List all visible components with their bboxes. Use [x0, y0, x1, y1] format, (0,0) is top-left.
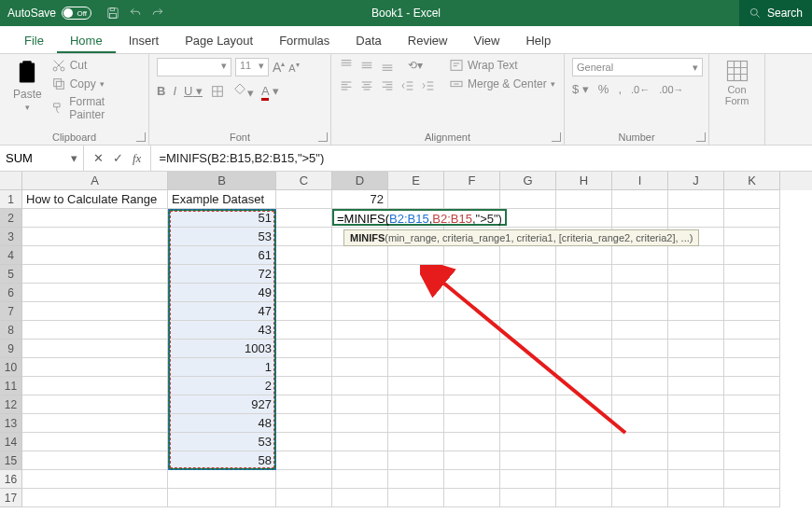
cell-D6[interactable]	[332, 284, 388, 302]
tab-formulas[interactable]: Formulas	[266, 28, 343, 53]
cell-I1[interactable]	[612, 190, 668, 209]
row-header-13[interactable]: 13	[0, 414, 22, 433]
cell-D11[interactable]	[332, 377, 388, 395]
cell-K13[interactable]	[724, 414, 780, 433]
column-header-J[interactable]: J	[668, 172, 724, 190]
decrease-decimal-button[interactable]: .00→	[659, 84, 683, 95]
spreadsheet-grid[interactable]: ABCDEFGHIJK 1234567891011121314151617 Ho…	[0, 172, 812, 507]
cell-I17[interactable]	[612, 489, 668, 507]
tab-home[interactable]: Home	[57, 28, 116, 53]
cell-G17[interactable]	[500, 489, 556, 507]
format-painter-button[interactable]: Format Painter	[51, 95, 141, 121]
wrap-text-button[interactable]: Wrap Text	[449, 58, 555, 73]
cell-I4[interactable]	[612, 246, 668, 265]
select-all-corner[interactable]	[0, 172, 22, 190]
cell-D1[interactable]: 72	[332, 190, 388, 209]
cell-F16[interactable]	[444, 470, 500, 489]
save-icon[interactable]	[106, 7, 119, 20]
cell-F15[interactable]	[444, 451, 500, 470]
cell-B17[interactable]	[168, 489, 276, 507]
accounting-format-button[interactable]: $ ▾	[572, 82, 589, 96]
cell-H16[interactable]	[556, 470, 612, 489]
italic-button[interactable]: I	[173, 84, 176, 98]
enter-formula-button[interactable]: ✓	[113, 151, 123, 165]
align-right-button[interactable]	[380, 78, 395, 93]
cell-A16[interactable]	[22, 470, 168, 489]
cell-G16[interactable]	[500, 470, 556, 489]
cell-B15[interactable]: 58	[168, 451, 276, 470]
cell-K16[interactable]	[724, 470, 780, 489]
cell-H17[interactable]	[556, 489, 612, 507]
cell-J15[interactable]	[668, 451, 724, 470]
indent-decrease-button[interactable]	[400, 78, 415, 93]
align-top-button[interactable]	[339, 58, 354, 73]
cell-K17[interactable]	[724, 489, 780, 507]
fx-button[interactable]: fx	[133, 151, 141, 166]
cell-K1[interactable]	[724, 190, 780, 209]
cell-editor[interactable]: =MINIFS(B2:B15,B2:B15,">5")	[332, 209, 507, 226]
cancel-formula-button[interactable]: ✕	[93, 151, 104, 165]
cell-B6[interactable]: 49	[168, 284, 276, 302]
cell-I16[interactable]	[612, 470, 668, 489]
cell-G4[interactable]	[500, 246, 556, 265]
cell-K4[interactable]	[724, 246, 780, 265]
font-size-combo[interactable]: 11▾	[235, 58, 269, 76]
row-header-7[interactable]: 7	[0, 302, 22, 321]
cell-G15[interactable]	[500, 451, 556, 470]
name-box-dropdown-icon[interactable]: ▾	[71, 151, 77, 165]
cell-K5[interactable]	[724, 265, 780, 284]
cell-K14[interactable]	[724, 433, 780, 451]
column-header-C[interactable]: C	[276, 172, 332, 190]
merge-center-button[interactable]: Merge & Center ▾	[449, 76, 555, 91]
cell-J12[interactable]	[668, 395, 724, 414]
cell-D8[interactable]	[332, 321, 388, 340]
cell-C16[interactable]	[276, 470, 332, 489]
cell-K10[interactable]	[724, 358, 780, 377]
align-center-button[interactable]	[359, 78, 374, 93]
cell-E4[interactable]	[388, 246, 444, 265]
undo-icon[interactable]	[129, 7, 142, 20]
cell-B12[interactable]: 927	[168, 395, 276, 414]
cell-K15[interactable]	[724, 451, 780, 470]
copy-button[interactable]: Copy ▾	[51, 76, 141, 91]
cell-E16[interactable]	[388, 470, 444, 489]
cell-K3[interactable]	[724, 228, 780, 246]
cell-D13[interactable]	[332, 414, 388, 433]
borders-button[interactable]	[210, 84, 225, 99]
cell-J5[interactable]	[668, 265, 724, 284]
cell-A11[interactable]	[22, 377, 168, 395]
font-color-button[interactable]: A ▾	[261, 84, 279, 98]
cell-C14[interactable]	[276, 433, 332, 451]
row-header-16[interactable]: 16	[0, 470, 22, 489]
row-header-8[interactable]: 8	[0, 321, 22, 340]
cell-A2[interactable]	[22, 209, 168, 228]
cell-B10[interactable]: 1	[168, 358, 276, 377]
cell-C3[interactable]	[276, 228, 332, 246]
decrease-font-button[interactable]: A▾	[288, 61, 299, 74]
cell-D4[interactable]	[332, 246, 388, 265]
cell-E1[interactable]	[388, 190, 444, 209]
row-header-9[interactable]: 9	[0, 340, 22, 358]
indent-increase-button[interactable]	[421, 78, 436, 93]
align-left-button[interactable]	[339, 78, 354, 93]
cell-B13[interactable]: 48	[168, 414, 276, 433]
cell-K8[interactable]	[724, 321, 780, 340]
cell-A6[interactable]	[22, 284, 168, 302]
cell-B16[interactable]	[168, 470, 276, 489]
tab-file[interactable]: File	[11, 28, 57, 53]
comma-format-button[interactable]: ,	[618, 82, 622, 96]
cell-J1[interactable]	[668, 190, 724, 209]
cell-A9[interactable]	[22, 340, 168, 358]
cell-K6[interactable]	[724, 284, 780, 302]
cell-C11[interactable]	[276, 377, 332, 395]
cut-button[interactable]: Cut	[51, 58, 141, 73]
name-box[interactable]: SUM ▾	[0, 146, 84, 171]
cell-C15[interactable]	[276, 451, 332, 470]
tab-help[interactable]: Help	[512, 28, 564, 53]
tab-review[interactable]: Review	[395, 28, 461, 53]
column-header-B[interactable]: B	[168, 172, 276, 190]
cell-C2[interactable]	[276, 209, 332, 228]
cell-D10[interactable]	[332, 358, 388, 377]
cell-B4[interactable]: 61	[168, 246, 276, 265]
cell-E15[interactable]	[388, 451, 444, 470]
